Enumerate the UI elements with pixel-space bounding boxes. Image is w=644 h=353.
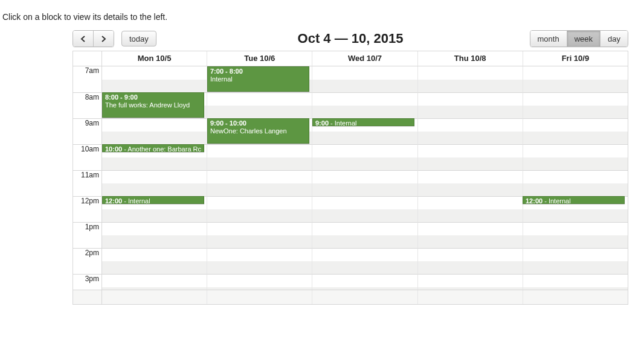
time-slot[interactable] bbox=[523, 66, 628, 92]
day-header: Thu 10/8 bbox=[418, 51, 523, 66]
view-week-button[interactable]: week bbox=[567, 31, 600, 46]
time-slot[interactable] bbox=[207, 144, 312, 170]
time-slot[interactable] bbox=[312, 92, 417, 118]
time-slot[interactable] bbox=[207, 196, 312, 222]
time-slot[interactable] bbox=[523, 118, 628, 144]
event-time: 8:00 - 9:00 bbox=[105, 94, 138, 101]
calendar-toolbar: today Oct 4 — 10, 2015 month week day bbox=[72, 29, 628, 48]
time-slot[interactable] bbox=[523, 248, 628, 274]
allday-cell[interactable] bbox=[523, 290, 628, 304]
calendar-event[interactable]: 8:00 - 9:00The full works: Andrew Lloyd bbox=[102, 92, 204, 118]
hour-row: 7am bbox=[73, 66, 628, 92]
time-slot[interactable] bbox=[312, 170, 417, 196]
time-slot[interactable] bbox=[418, 66, 523, 92]
time-slot[interactable] bbox=[418, 196, 523, 222]
nav-button-group bbox=[72, 30, 114, 47]
time-slot[interactable] bbox=[207, 248, 312, 274]
hour-row: 2pm bbox=[73, 248, 628, 274]
hour-label: 3pm bbox=[73, 274, 102, 290]
event-title: Internal bbox=[122, 197, 150, 204]
day-header: Wed 10/7 bbox=[312, 51, 417, 66]
time-grid[interactable]: 7am8am9am10am11am12pm1pm2pm3pm8:00 - 9:0… bbox=[73, 66, 628, 290]
hour-label: 7am bbox=[73, 66, 102, 92]
allday-cell[interactable] bbox=[102, 290, 207, 304]
allday-cell[interactable] bbox=[207, 290, 312, 304]
today-button[interactable]: today bbox=[121, 31, 156, 46]
event-time: 7:00 - 8:00 bbox=[210, 68, 243, 75]
allday-cell[interactable] bbox=[418, 290, 523, 304]
time-slot[interactable] bbox=[418, 222, 523, 248]
event-time: 9:00 - 10:00 bbox=[210, 119, 246, 127]
time-slot[interactable] bbox=[418, 248, 523, 274]
time-slot[interactable] bbox=[312, 274, 417, 290]
day-header-row: Mon 10/5 Tue 10/6 Wed 10/7 Thu 10/8 Fri … bbox=[73, 51, 628, 66]
calendar-event[interactable]: 12:00Internal bbox=[102, 196, 204, 204]
hour-label: 12pm bbox=[73, 196, 102, 222]
time-slot[interactable] bbox=[312, 196, 417, 222]
hour-row: 3pm bbox=[73, 274, 628, 290]
calendar-event[interactable]: 10:00Another one: Barbara Rc bbox=[102, 144, 204, 152]
time-slot[interactable] bbox=[523, 222, 628, 248]
time-slot[interactable] bbox=[312, 66, 417, 92]
calendar-event[interactable]: 9:00Internal bbox=[312, 118, 414, 126]
event-title: Internal bbox=[329, 119, 356, 126]
event-title: NewOne: Charles Langen bbox=[210, 127, 306, 135]
calendar-event[interactable]: 12:00Internal bbox=[523, 196, 625, 204]
event-title: Another one: Barbara Rc bbox=[122, 145, 201, 152]
time-slot[interactable] bbox=[207, 170, 312, 196]
hour-label: 9am bbox=[73, 118, 102, 144]
calendar-grid: Mon 10/5 Tue 10/6 Wed 10/7 Thu 10/8 Fri … bbox=[72, 51, 628, 305]
day-header: Tue 10/6 bbox=[207, 51, 312, 66]
time-slot[interactable] bbox=[102, 248, 207, 274]
hour-label: 2pm bbox=[73, 248, 102, 274]
view-switcher: month week day bbox=[530, 30, 628, 47]
event-title: Internal bbox=[210, 75, 306, 83]
time-slot[interactable] bbox=[102, 222, 207, 248]
time-slot[interactable] bbox=[523, 92, 628, 118]
calendar-event[interactable]: 9:00 - 10:00NewOne: Charles Langen bbox=[207, 118, 309, 144]
time-slot[interactable] bbox=[418, 118, 523, 144]
time-slot[interactable] bbox=[523, 274, 628, 290]
axis-spacer bbox=[73, 51, 102, 66]
day-header: Mon 10/5 bbox=[102, 51, 207, 66]
time-slot[interactable] bbox=[102, 118, 207, 144]
event-time: 12:00 bbox=[526, 197, 543, 204]
axis-spacer bbox=[73, 290, 102, 304]
event-time: 9:00 bbox=[315, 119, 329, 126]
next-button[interactable] bbox=[93, 31, 114, 46]
time-slot[interactable] bbox=[523, 170, 628, 196]
view-day-button[interactable]: day bbox=[600, 31, 628, 46]
time-slot[interactable] bbox=[207, 222, 312, 248]
day-header: Fri 10/9 bbox=[523, 51, 628, 66]
time-slot[interactable] bbox=[312, 248, 417, 274]
time-slot[interactable] bbox=[418, 144, 523, 170]
time-slot[interactable] bbox=[102, 66, 207, 92]
time-slot[interactable] bbox=[523, 144, 628, 170]
allday-strip bbox=[73, 290, 628, 304]
view-month-button[interactable]: month bbox=[530, 31, 567, 46]
time-slot[interactable] bbox=[207, 274, 312, 290]
hour-label: 8am bbox=[73, 92, 102, 118]
hour-row: 1pm bbox=[73, 222, 628, 248]
calendar-event[interactable]: 7:00 - 8:00Internal bbox=[207, 66, 309, 92]
time-slot[interactable] bbox=[418, 274, 523, 290]
time-slot[interactable] bbox=[418, 92, 523, 118]
event-time: 12:00 bbox=[105, 197, 122, 204]
hint-text: Click on a block to view its details to … bbox=[0, 0, 644, 29]
hour-label: 10am bbox=[73, 144, 102, 170]
allday-cell[interactable] bbox=[312, 290, 417, 304]
prev-button[interactable] bbox=[73, 31, 93, 46]
hour-label: 11am bbox=[73, 170, 102, 196]
time-slot[interactable] bbox=[312, 144, 417, 170]
time-slot[interactable] bbox=[102, 274, 207, 290]
event-title: The full works: Andrew Lloyd bbox=[105, 101, 201, 109]
time-slot[interactable] bbox=[102, 170, 207, 196]
calendar: today Oct 4 — 10, 2015 month week day Mo… bbox=[72, 29, 628, 305]
hour-row: 11am bbox=[73, 170, 628, 196]
hour-label: 1pm bbox=[73, 222, 102, 248]
event-title: Internal bbox=[543, 197, 570, 204]
chevron-right-icon bbox=[101, 36, 106, 42]
time-slot[interactable] bbox=[207, 92, 312, 118]
time-slot[interactable] bbox=[418, 170, 523, 196]
time-slot[interactable] bbox=[312, 222, 417, 248]
